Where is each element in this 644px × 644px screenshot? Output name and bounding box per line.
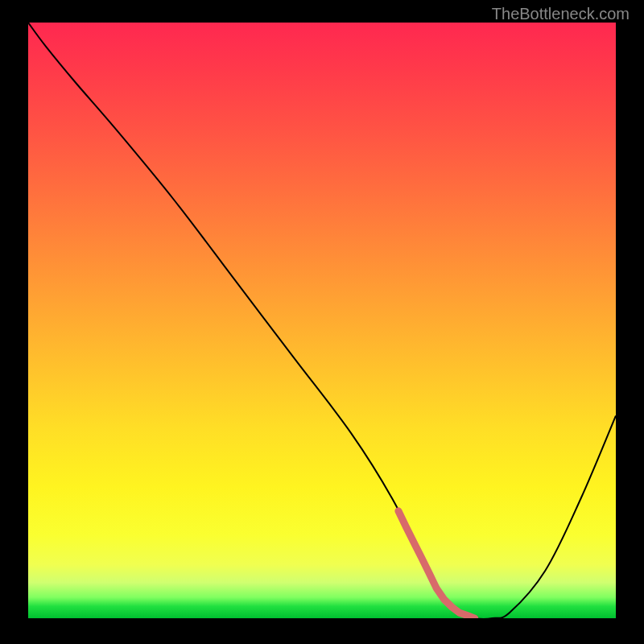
bottleneck-curve-path	[28, 23, 616, 618]
bottleneck-marker-segment	[398, 511, 475, 618]
plot-area	[28, 23, 616, 618]
attribution-text: TheBottleneck.com	[492, 5, 630, 23]
chart-container: TheBottleneck.com	[0, 0, 644, 644]
curve-svg	[28, 23, 616, 618]
